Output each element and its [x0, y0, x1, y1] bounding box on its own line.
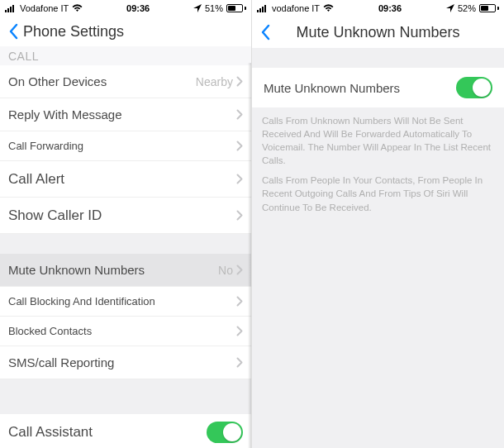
carrier-label: vodafone IT — [272, 3, 320, 13]
chevron-right-icon — [236, 141, 243, 151]
chevron-right-icon — [236, 326, 243, 336]
page-title: Mute Unknown Numbers — [296, 24, 459, 41]
row-call-alert[interactable]: Call Alert — [0, 161, 251, 198]
row-label: Call Alert — [8, 171, 236, 188]
row-label: Call Blocking And Identification — [8, 295, 236, 307]
battery-pct: 52% — [458, 3, 476, 13]
svg-rect-5 — [259, 8, 261, 12]
row-call-assistant[interactable]: Call Assistant — [0, 414, 251, 448]
battery-pct: 51% — [205, 3, 223, 13]
chevron-right-icon — [236, 357, 243, 368]
row-label: On Other Devices — [8, 74, 196, 88]
chevron-right-icon — [236, 265, 243, 275]
chevron-right-icon — [236, 296, 243, 307]
status-time: 09:36 — [83, 3, 193, 13]
location-icon — [193, 4, 202, 12]
phone-settings-screen: Vodafone IT 09:36 51% Phone Settings CAL… — [0, 0, 252, 448]
svg-rect-7 — [264, 5, 266, 12]
mute-unknown-screen: vodafone IT 09:36 52% Mute Unknown Numbe… — [252, 0, 504, 448]
row-sms-call-reporting[interactable]: SMS/call Reporting — [0, 346, 251, 379]
mute-unknown-desc-2: Calls From People In Your Contacts, From… — [252, 174, 504, 220]
back-button[interactable] — [3, 21, 23, 41]
mute-unknown-desc-1: Calls From Unknown Numbers Will Not Be S… — [252, 107, 504, 174]
page-title: Phone Settings — [23, 23, 124, 41]
spacer — [252, 48, 504, 68]
chevron-right-icon — [236, 210, 243, 221]
call-assistant-toggle[interactable] — [207, 422, 243, 443]
svg-rect-3 — [12, 5, 14, 12]
row-value: No — [218, 264, 233, 277]
nav-bar: Phone Settings — [0, 17, 251, 46]
row-call-blocking[interactable]: Call Blocking And Identification — [0, 287, 251, 317]
carrier-label: Vodafone IT — [20, 3, 69, 13]
row-mute-unknown-numbers[interactable]: Mute Unknown Numbers No — [0, 254, 251, 287]
svg-rect-2 — [10, 7, 12, 12]
row-label: Mute Unknown Numbers — [8, 263, 218, 277]
svg-rect-6 — [262, 7, 264, 12]
location-icon — [446, 4, 454, 12]
row-mute-unknown-toggle[interactable]: Mute Unknown Numbers — [252, 68, 504, 107]
row-label: Blocked Contacts — [8, 325, 236, 337]
status-bar: vodafone IT 09:36 52% — [252, 0, 504, 17]
row-value: Nearby — [196, 75, 233, 88]
section-label-call: CALL — [0, 46, 251, 65]
row-label: SMS/call Reporting — [8, 355, 236, 369]
battery-fill — [228, 6, 235, 11]
battery-icon — [226, 4, 246, 12]
row-blocked-contacts[interactable]: Blocked Contacts — [0, 317, 251, 346]
row-label: Reply With Message — [8, 107, 236, 122]
status-time: 09:36 — [334, 3, 446, 13]
chevron-right-icon — [236, 109, 243, 120]
row-label: Call Assistant — [8, 424, 207, 441]
back-button[interactable] — [255, 22, 275, 42]
svg-rect-0 — [5, 10, 7, 12]
mute-unknown-toggle[interactable] — [456, 77, 492, 98]
status-bar: Vodafone IT 09:36 51% — [0, 0, 251, 17]
nav-bar: Mute Unknown Numbers — [252, 17, 504, 48]
battery-fill — [481, 6, 488, 11]
battery-icon — [479, 4, 499, 12]
row-call-forwarding[interactable]: Call Forwarding — [0, 131, 251, 161]
row-reply-with-message[interactable]: Reply With Message — [0, 98, 251, 131]
row-label: Mute Unknown Numbers — [264, 81, 456, 95]
wifi-icon — [72, 4, 83, 12]
row-label: Show Caller ID — [8, 207, 236, 224]
wifi-icon — [323, 4, 334, 12]
chevron-right-icon — [236, 174, 243, 184]
svg-rect-1 — [7, 8, 9, 12]
signal-icon — [257, 4, 269, 12]
row-label: Call Forwarding — [8, 140, 236, 152]
row-show-caller-id[interactable]: Show Caller ID — [0, 198, 251, 234]
spacer — [0, 379, 251, 414]
svg-rect-4 — [257, 10, 259, 12]
row-on-other-devices[interactable]: On Other Devices Nearby — [0, 65, 251, 98]
chevron-right-icon — [236, 76, 243, 87]
spacer — [0, 234, 251, 254]
signal-icon — [5, 4, 17, 12]
